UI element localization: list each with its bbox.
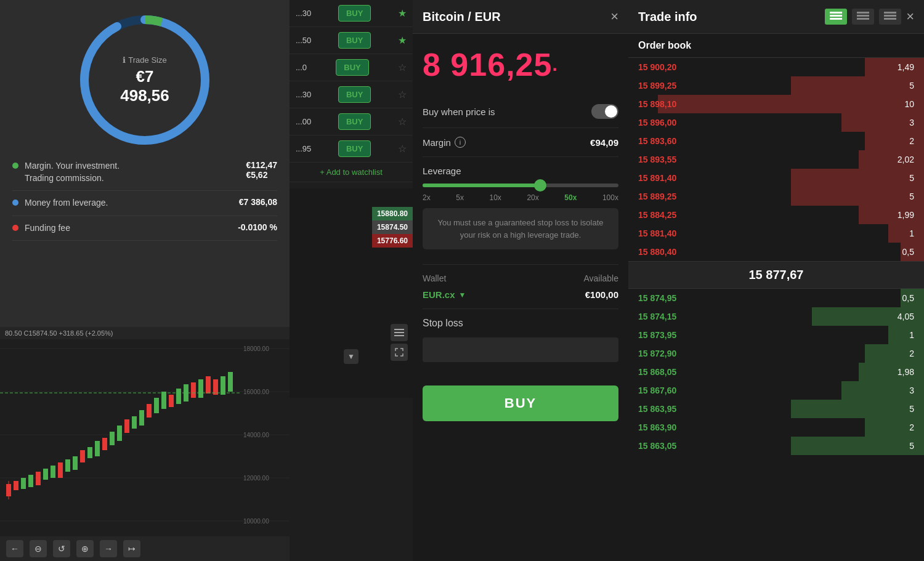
- wallet-amount: €100,00: [585, 289, 618, 300]
- buy-button-5[interactable]: BUY: [338, 113, 371, 130]
- lev-5x[interactable]: 5x: [456, 193, 464, 202]
- margin-text: Margin. Your investment.Trading commissi…: [25, 160, 120, 184]
- ob-close-btn[interactable]: ×: [906, 9, 914, 25]
- ask-qty: 0,5: [902, 247, 914, 257]
- bid-row[interactable]: 15 863,90 2: [628, 418, 924, 437]
- lev-2x[interactable]: 2x: [423, 193, 431, 202]
- lev-100x[interactable]: 100x: [602, 193, 618, 202]
- buy-when-toggle[interactable]: [591, 104, 618, 119]
- leverage-slider[interactable]: [423, 184, 618, 187]
- buy-item-6: ...95 BUY ☆: [290, 135, 413, 163]
- bid-row[interactable]: 15 868,05 1,98: [628, 363, 924, 381]
- svg-rect-15: [14, 481, 18, 490]
- leverage-thumb[interactable]: [534, 179, 546, 192]
- bid-qty: 1: [909, 330, 914, 340]
- ask-row[interactable]: 15 884,25 1,99: [628, 206, 924, 224]
- chart-controls: ← ⊖ ↺ ⊕ → ↦: [0, 536, 290, 561]
- chart-ohlc: 80.50 C15874.50 +318.65 (+2.05%): [5, 329, 113, 337]
- trading-body: Buy when price is Margin i €94,09 Levera…: [413, 95, 628, 421]
- svg-rect-53: [857, 15, 869, 17]
- star-outline-4[interactable]: ☆: [398, 89, 407, 100]
- main-buy-button[interactable]: BUY: [423, 385, 618, 421]
- buy-item-3: ...0 BUY ☆: [290, 54, 413, 81]
- ask-row[interactable]: 15 900,20 1,49: [628, 58, 924, 76]
- wallet-header: Wallet Available: [423, 273, 618, 283]
- bid-row[interactable]: 15 874,95 0,5: [628, 289, 924, 307]
- wallet-label: Wallet: [423, 273, 446, 283]
- chart-end-btn[interactable]: ↦: [123, 540, 140, 557]
- buy-button-4[interactable]: BUY: [338, 86, 371, 103]
- margin-values: €112,47 €5,62: [246, 160, 277, 180]
- stop-loss-input-bar[interactable]: [423, 337, 618, 362]
- ask-price: 15 896,00: [638, 118, 676, 127]
- star-filled-2[interactable]: ★: [398, 34, 407, 46]
- bid-row[interactable]: 15 874,15 4,05: [628, 307, 924, 326]
- ob-view-asks[interactable]: [852, 9, 874, 25]
- chart-zoom-out-btn[interactable]: ⊖: [30, 540, 47, 557]
- chart-zoom-in-btn[interactable]: ⊕: [76, 540, 94, 557]
- star-outline-3[interactable]: ☆: [398, 62, 407, 73]
- lev-50x[interactable]: 50x: [564, 193, 577, 202]
- ask-qty: 5: [909, 173, 914, 183]
- star-outline-6[interactable]: ☆: [398, 143, 407, 155]
- price-display: 8 916,25·: [413, 34, 628, 95]
- ask-row[interactable]: 15 880,40 0,5: [628, 243, 924, 261]
- ob-view-split[interactable]: [825, 9, 847, 25]
- bid-row[interactable]: 15 873,95 1: [628, 326, 924, 344]
- ob-view-bids[interactable]: [879, 9, 901, 25]
- bid-price: 15 863,90: [638, 422, 676, 432]
- chart-next-btn[interactable]: →: [100, 540, 117, 557]
- star-outline-5[interactable]: ☆: [398, 116, 407, 127]
- bid-row[interactable]: 15 863,95 5: [628, 400, 924, 418]
- buy-button-3[interactable]: BUY: [336, 59, 368, 76]
- bid-bar: [865, 418, 924, 437]
- wallet-currency[interactable]: EUR.cx ▼: [423, 289, 466, 300]
- ob-header: Trade info: [628, 0, 924, 34]
- ask-qty: 1: [909, 228, 914, 238]
- add-to-watchlist[interactable]: + Add to watchlist: [290, 163, 413, 182]
- buy-button-2[interactable]: BUY: [338, 32, 371, 49]
- svg-rect-39: [191, 382, 196, 398]
- lev-20x[interactable]: 20x: [527, 193, 538, 202]
- chart-reset-btn[interactable]: ↺: [53, 540, 70, 557]
- expand-btn[interactable]: [391, 344, 408, 361]
- ask-row[interactable]: 15 891,40 5: [628, 169, 924, 187]
- svg-text:18000.00: 18000.00: [243, 345, 269, 352]
- ask-row[interactable]: 15 899,25 5: [628, 76, 924, 95]
- ask-price: 15 893,60: [638, 136, 676, 146]
- bid-row[interactable]: 15 867,60 3: [628, 381, 924, 400]
- trade-size-circle: ℹ Trade Size €7 498,56: [77, 12, 213, 148]
- bid-row[interactable]: 15 872,90 2: [628, 344, 924, 363]
- ask-row[interactable]: 15 896,00 3: [628, 113, 924, 132]
- bid-row[interactable]: 15 863,05 5: [628, 437, 924, 455]
- ask-price: 15 889,25: [638, 192, 676, 201]
- trading-close-btn[interactable]: ×: [610, 9, 618, 25]
- ask-row[interactable]: 15 893,60 2: [628, 132, 924, 150]
- buy-button-6[interactable]: BUY: [338, 140, 371, 157]
- ask-row[interactable]: 15 898,10 10: [628, 95, 924, 113]
- wallet-section: Wallet Available EUR.cx ▼ €100,00: [423, 265, 618, 309]
- bid-price: 15 873,95: [638, 330, 676, 340]
- scroll-down-btn[interactable]: ▼: [344, 349, 359, 364]
- layers-btn[interactable]: [391, 324, 408, 341]
- chart-prev-btn[interactable]: ←: [6, 540, 23, 557]
- ask-row[interactable]: 15 893,55 2,02: [628, 150, 924, 169]
- funding-value: -0.0100 %: [238, 222, 277, 232]
- chart-top-bar: 80.50 C15874.50 +318.65 (+2.05%): [0, 327, 290, 339]
- lev-10x[interactable]: 10x: [490, 193, 501, 202]
- star-filled-1[interactable]: ★: [398, 7, 407, 19]
- bid-rows: 15 874,95 0,5 15 874,15 4,05 15 873,95 1…: [628, 289, 924, 455]
- buy-button-1[interactable]: BUY: [338, 5, 371, 22]
- ask-qty: 10: [904, 99, 914, 109]
- bid-qty: 5: [909, 404, 914, 414]
- ask-qty: 5: [909, 81, 914, 91]
- margin-info-icon[interactable]: i: [455, 137, 466, 148]
- buy-price-6: ...95: [296, 144, 311, 153]
- trading-header: Bitcoin / EUR ×: [413, 0, 628, 34]
- svg-text:10000.00: 10000.00: [243, 518, 269, 525]
- svg-rect-20: [51, 466, 55, 478]
- ask-row[interactable]: 15 881,40 1: [628, 224, 924, 243]
- svg-rect-22: [65, 459, 70, 472]
- ask-row[interactable]: 15 889,25 5: [628, 187, 924, 206]
- legend-item-funding: Funding fee -0.0100 %: [12, 216, 277, 241]
